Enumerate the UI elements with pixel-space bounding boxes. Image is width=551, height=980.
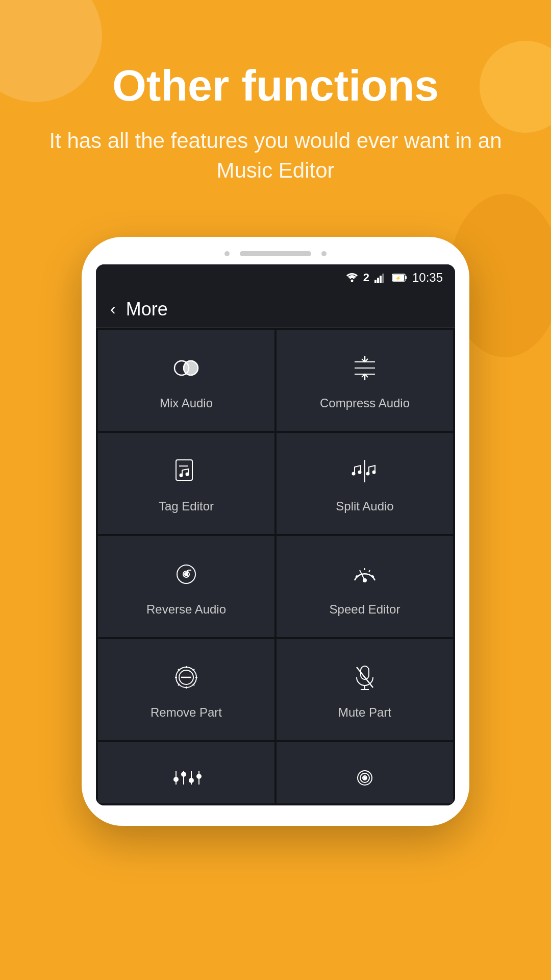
svg-point-23 <box>373 471 375 474</box>
svg-line-30 <box>360 570 361 572</box>
svg-rect-4 <box>382 274 384 283</box>
mute-part-icon <box>347 659 383 695</box>
compress-icon-svg <box>349 353 380 383</box>
compress-audio-label: Compress Audio <box>320 396 410 410</box>
back-button[interactable]: ‹ <box>110 300 116 318</box>
svg-line-32 <box>369 570 370 572</box>
grid-item-remove-part[interactable]: Remove Part <box>98 639 274 740</box>
grid-item-equalizer[interactable] <box>98 742 274 803</box>
svg-point-56 <box>189 778 193 782</box>
svg-rect-1 <box>374 280 377 283</box>
svg-point-54 <box>182 772 186 776</box>
remove-icon-svg <box>171 662 202 693</box>
svg-point-0 <box>350 280 353 282</box>
grid-item-compress-audio[interactable]: Compress Audio <box>277 330 453 431</box>
split-audio-icon <box>347 453 383 489</box>
mix-audio-icon <box>168 350 204 386</box>
split-icon-svg <box>349 456 380 486</box>
wifi-icon <box>346 273 358 283</box>
tag-editor-icon <box>168 453 204 489</box>
sim-number: 2 <box>363 271 369 284</box>
svg-rect-2 <box>377 278 379 283</box>
split-audio-label: Split Audio <box>336 499 393 513</box>
phone-mockup: 2 ⚡ 10:35 <box>0 237 551 826</box>
grid-item-mix-audio[interactable]: Mix Audio <box>98 330 274 431</box>
status-time: 10:35 <box>412 271 443 285</box>
page-title: Other functions <box>41 61 510 110</box>
function-grid: Mix Audio <box>96 328 455 742</box>
phone-dot-right <box>321 251 327 256</box>
reverse-audio-icon <box>168 556 204 592</box>
grid-item-pitch[interactable] <box>277 742 453 803</box>
svg-line-50 <box>357 667 373 688</box>
mix-audio-label: Mix Audio <box>160 396 213 410</box>
tag-editor-label: Tag Editor <box>159 499 214 513</box>
pitch-icon-svg <box>349 763 380 793</box>
grid-item-split-audio[interactable]: Split Audio <box>277 433 453 534</box>
svg-point-17 <box>180 474 183 477</box>
mute-part-label: Mute Part <box>338 705 391 720</box>
reverse-audio-label: Reverse Audio <box>146 602 226 617</box>
grid-item-mute-part[interactable]: Mute Part <box>277 639 453 740</box>
mix-icon-svg <box>171 353 202 383</box>
svg-point-21 <box>359 471 361 474</box>
svg-point-18 <box>186 473 189 476</box>
svg-text:⚡: ⚡ <box>395 275 402 281</box>
reverse-icon-svg <box>171 559 202 590</box>
nav-bar: ‹ More <box>96 291 455 328</box>
status-icons: 2 ⚡ 10:35 <box>346 271 443 285</box>
remove-part-label: Remove Part <box>151 705 222 720</box>
pitch-icon <box>347 763 383 793</box>
signal-icon <box>374 273 387 283</box>
svg-point-62 <box>364 777 366 779</box>
mute-icon-svg <box>349 662 380 693</box>
speed-icon-svg <box>349 559 380 590</box>
phone-frame: 2 ⚡ 10:35 <box>82 237 469 826</box>
svg-rect-3 <box>380 276 382 283</box>
header-section: Other functions It has all the features … <box>0 0 551 216</box>
compress-audio-icon <box>347 350 383 386</box>
speed-editor-icon <box>347 556 383 592</box>
bottom-partial-grid <box>96 742 455 805</box>
phone-speaker <box>240 251 311 256</box>
svg-point-11 <box>184 361 198 375</box>
equalizer-icon-svg <box>171 763 202 793</box>
svg-point-52 <box>174 777 178 781</box>
svg-point-20 <box>353 473 355 475</box>
grid-item-reverse-audio[interactable]: Reverse Audio <box>98 536 274 637</box>
phone-screen: 2 ⚡ 10:35 <box>96 264 455 805</box>
nav-title: More <box>126 299 168 320</box>
remove-part-icon <box>168 659 204 695</box>
status-bar: 2 ⚡ 10:35 <box>96 264 455 291</box>
grid-item-speed-editor[interactable]: Speed Editor <box>277 536 453 637</box>
svg-rect-6 <box>405 276 407 279</box>
phone-dot-left <box>224 251 230 256</box>
speed-editor-label: Speed Editor <box>330 602 400 617</box>
equalizer-icon <box>168 763 204 793</box>
page-subtitle: It has all the features you would ever w… <box>41 126 510 186</box>
svg-point-22 <box>367 473 369 475</box>
phone-top-bar <box>96 251 455 256</box>
svg-point-58 <box>197 774 201 778</box>
svg-point-35 <box>363 579 366 582</box>
grid-item-tag-editor[interactable]: Tag Editor <box>98 433 274 534</box>
battery-icon: ⚡ <box>392 273 407 283</box>
tag-icon-svg <box>171 456 202 486</box>
